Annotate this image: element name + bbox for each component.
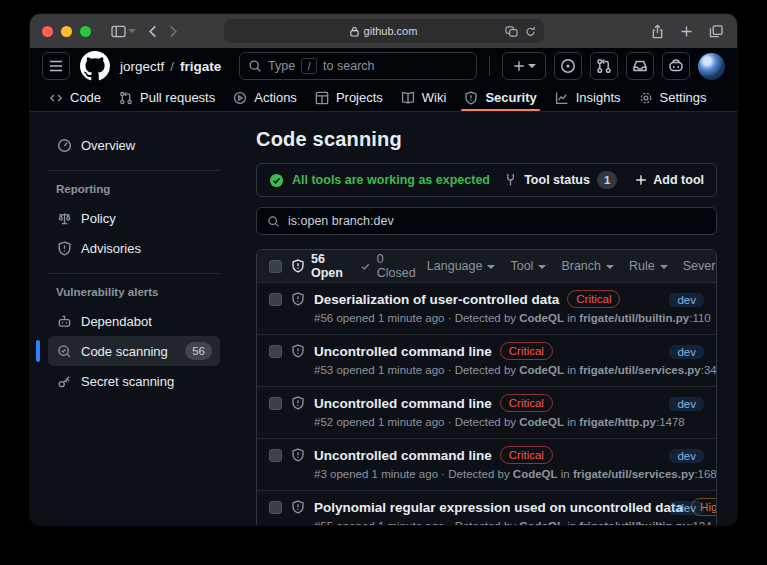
alert-filter-input[interactable]: is:open branch:dev [256,207,717,235]
inbox-button[interactable] [626,52,654,80]
add-tool-button[interactable]: Add tool [635,173,704,187]
alert-row[interactable]: Uncontrolled command line Critical #53 o… [257,334,716,386]
row-checkbox[interactable] [269,293,282,306]
row-checkbox[interactable] [269,449,282,462]
minimize-window-button[interactable] [61,26,72,37]
sidebar-section-reporting: Reporting [48,181,220,203]
row-checkbox[interactable] [269,345,282,358]
sidebar-item-code-scanning[interactable]: Code scanning 56 [48,336,220,366]
graph-icon [555,91,569,105]
sidebar-divider [48,273,220,274]
tab-actions[interactable]: Actions [224,84,306,111]
header-divider [489,56,490,76]
severity-badge[interactable]: Critical [500,342,553,360]
sidebar-toggle-icon[interactable] [111,25,126,38]
github-logo[interactable] [80,51,110,81]
check-circle-icon [269,173,284,188]
detecting-tool: CodeQL [519,520,564,525]
back-button[interactable] [148,25,157,38]
alert-title-link[interactable]: Uncontrolled command line [314,448,492,463]
browser-toolbar: github.com [30,14,737,48]
language-filter-dropdown[interactable]: Language [427,259,496,273]
sidebar-item-advisories[interactable]: Advisories [48,233,220,263]
tab-pull-requests[interactable]: Pull requests [110,84,224,111]
breadcrumb-repo[interactable]: frigate [180,59,221,74]
branch-badge[interactable]: dev [669,293,704,307]
severity-badge[interactable]: Critical [500,446,553,464]
zoom-window-button[interactable] [80,26,91,37]
tool-filter-dropdown[interactable]: Tool [510,259,546,273]
alert-title-link[interactable]: Polynomial regular expression used on un… [314,500,683,515]
privacy-badge-icon[interactable] [505,26,518,37]
tool-status-button[interactable]: Tool status 1 [504,171,617,189]
issue-opened-icon [560,58,576,74]
create-new-button[interactable] [502,52,546,80]
share-icon[interactable] [651,24,664,39]
severity-badge[interactable]: Critical [567,290,620,308]
alert-title-link[interactable]: Uncontrolled command line [314,396,492,411]
severity-filter-dropdown[interactable]: Severity [683,259,717,273]
row-checkbox[interactable] [269,501,282,514]
breadcrumb-owner[interactable]: jorgectf [120,59,164,74]
global-search-input[interactable]: Type / to search [239,52,477,80]
page-content: Overview Reporting Policy Advisories Vul… [30,112,737,525]
copilot-button[interactable] [662,52,690,80]
row-checkbox[interactable] [269,397,282,410]
alert-title-link[interactable]: Uncontrolled command line [314,344,492,359]
address-bar[interactable]: github.com [224,19,544,43]
severity-badge[interactable]: Critical [500,394,553,412]
search-icon [267,215,280,228]
alert-row[interactable]: Uncontrolled command line Critical #52 o… [257,386,716,438]
hamburger-icon [49,60,63,72]
issues-button[interactable] [554,52,582,80]
alert-row[interactable]: Uncontrolled command line Critical #3 op… [257,438,716,490]
alert-row[interactable]: Deserialization of user-controlled data … [257,282,716,334]
code-scanning-main: Code scanning All tools are working as e… [230,112,737,525]
tab-security[interactable]: Security [455,84,545,111]
alert-row[interactable]: Polynomial regular expression used on un… [257,490,716,525]
search-placeholder-suffix: to search [323,59,374,73]
tab-overview-icon[interactable] [709,25,723,38]
play-circle-icon [233,91,247,105]
breadcrumb-separator: / [170,59,174,74]
chevron-down-icon [606,265,614,269]
forward-button[interactable] [169,25,178,38]
detecting-tool: CodeQL [519,364,564,376]
tab-settings[interactable]: Settings [630,84,716,111]
tab-projects[interactable]: Projects [306,84,392,111]
alert-row-body: Uncontrolled command line Critical #53 o… [314,342,660,378]
alert-meta: #56 opened 1 minute ago · Detected by Co… [314,312,711,324]
tab-wiki[interactable]: Wiki [392,84,456,111]
user-avatar[interactable] [698,53,725,80]
branch-badge[interactable]: dev [669,397,704,411]
tab-insights[interactable]: Insights [546,84,630,111]
global-menu-button[interactable] [42,52,70,80]
browser-window: github.com jorgectf / frigate Type / [30,14,737,525]
tab-code[interactable]: Code [40,84,110,111]
alert-file-path: frigate/util/services.py [573,468,694,480]
dependabot-icon [56,314,72,329]
alert-meta: #55 opened 1 minute ago · Detected by Co… [314,520,712,525]
pull-requests-button[interactable] [590,52,618,80]
closed-alerts-toggle[interactable]: 0 Closed [360,252,418,280]
sidebar-item-policy[interactable]: Policy [48,203,220,233]
branch-badge[interactable]: dev [669,501,704,515]
branch-badge[interactable]: dev [669,449,704,463]
sidebar-chevron-icon[interactable] [128,29,136,33]
tool-status-banner: All tools are working as expected Tool s… [256,163,717,197]
sidebar-item-secret-scanning[interactable]: Secret scanning [48,366,220,396]
new-tab-icon[interactable] [680,25,693,38]
sidebar-item-dependabot[interactable]: Dependabot [48,306,220,336]
alert-title-link[interactable]: Deserialization of user-controlled data [314,292,559,307]
key-icon [56,374,72,389]
sidebar-item-overview[interactable]: Overview [48,130,220,160]
alert-meta: #53 opened 1 minute ago · Detected by Co… [314,364,717,376]
reload-icon[interactable] [525,25,536,37]
open-alerts-toggle[interactable]: 56 Open [291,252,343,280]
rule-filter-dropdown[interactable]: Rule [629,259,668,273]
detecting-tool: CodeQL [519,312,564,324]
close-window-button[interactable] [42,26,53,37]
branch-filter-dropdown[interactable]: Branch [561,259,614,273]
select-all-checkbox[interactable] [269,260,282,273]
branch-badge[interactable]: dev [669,345,704,359]
